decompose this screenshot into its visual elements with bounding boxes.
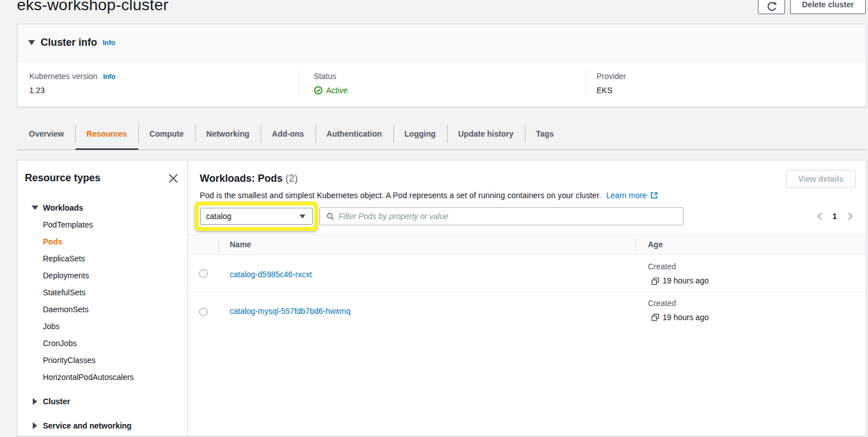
delete-cluster-button[interactable]: Delete cluster xyxy=(790,0,866,14)
tree-item-pods[interactable]: Pods xyxy=(43,235,62,248)
tab-networking[interactable]: Networking xyxy=(195,123,261,144)
tree-item-statefulsets[interactable]: StatefulSets xyxy=(43,286,86,299)
tabs-divider xyxy=(17,150,866,150)
select-caret-icon xyxy=(300,215,305,218)
age-value: 19 hours ago xyxy=(663,276,709,286)
caret-right-icon xyxy=(33,398,37,405)
search-icon xyxy=(326,212,335,221)
pod-name-link[interactable]: catalog-d5985c46-rxcxt xyxy=(230,270,312,279)
status-active-icon xyxy=(314,86,323,95)
kubernetes-version-info-link[interactable]: Info xyxy=(103,73,116,81)
pod-filter-select-value: catalog xyxy=(206,212,231,221)
cluster-info-header[interactable]: Cluster info Info xyxy=(17,24,866,62)
current-page-number[interactable]: 1 xyxy=(826,212,843,221)
pods-main-panel: Workloads: Pods (2) View details Pod is … xyxy=(188,160,866,436)
refresh-icon xyxy=(766,1,777,12)
cluster-info-card: Cluster info Info Kubernetes versionInfo… xyxy=(17,24,866,107)
previous-page-button[interactable] xyxy=(813,211,826,222)
tree-group-label: Service and networking xyxy=(43,421,131,430)
provider-field: Provider EKS xyxy=(597,72,626,95)
pods-table-header: Name Age xyxy=(188,234,866,255)
chevron-left-icon xyxy=(817,212,823,220)
provider-value: EKS xyxy=(597,86,626,95)
age-cell: Created 19 hours ago xyxy=(648,262,709,286)
pods-count: (2) xyxy=(286,173,298,184)
pods-search-box[interactable] xyxy=(319,207,683,225)
refresh-button[interactable] xyxy=(758,0,785,14)
tree-item-horizontalpodautoscalers[interactable]: HorizontalPodAutoscalers xyxy=(43,370,134,384)
resource-types-panel: Resource types Workloads PodTemplates Po… xyxy=(17,160,188,436)
kubernetes-version-field: Kubernetes versionInfo 1.23 xyxy=(29,72,116,95)
cluster-tabs: Overview Resources Compute Networking Ad… xyxy=(17,123,565,144)
resources-content-card: Resource types Workloads PodTemplates Po… xyxy=(17,160,866,436)
kubernetes-version-label: Kubernetes versionInfo xyxy=(29,72,116,81)
status-label: Status xyxy=(314,72,348,81)
learn-more-link[interactable]: Learn more xyxy=(606,191,658,200)
pods-description: Pod is the smallest and simplest Kuberne… xyxy=(200,191,658,200)
age-value: 19 hours ago xyxy=(663,313,709,322)
table-row: catalog-d5985c46-rxcxt Created 19 hours … xyxy=(188,255,866,292)
tree-item-jobs[interactable]: Jobs xyxy=(43,320,60,333)
status-field: Status Active xyxy=(314,72,348,95)
chevron-right-icon xyxy=(847,212,853,220)
tree-group-workloads[interactable]: Workloads xyxy=(30,201,83,215)
column-header-age[interactable]: Age xyxy=(648,240,663,249)
tree-item-daemonsets[interactable]: DaemonSets xyxy=(43,303,89,316)
tree-group-label: Cluster xyxy=(43,397,70,406)
caret-right-icon xyxy=(33,422,37,429)
view-details-button[interactable]: View details xyxy=(786,170,856,188)
cluster-info-body: Kubernetes versionInfo 1.23 Status Activ… xyxy=(17,62,866,107)
kubernetes-version-value: 1.23 xyxy=(29,86,116,95)
resource-types-title: Resource types xyxy=(25,172,100,184)
collapse-caret-icon xyxy=(28,40,35,45)
age-line2: 19 hours ago xyxy=(651,313,709,322)
column-header-name[interactable]: Name xyxy=(230,240,251,249)
copy-icon[interactable] xyxy=(651,313,659,321)
kubernetes-version-label-text: Kubernetes version xyxy=(29,72,98,81)
tab-compute[interactable]: Compute xyxy=(138,123,195,144)
cluster-info-info-link[interactable]: Info xyxy=(103,39,115,47)
external-link-icon xyxy=(650,191,658,199)
tab-authentication[interactable]: Authentication xyxy=(315,123,393,144)
search-input[interactable] xyxy=(339,212,677,221)
provider-label: Provider xyxy=(597,72,626,81)
tree-item-podtemplates[interactable]: PodTemplates xyxy=(43,218,93,231)
column-divider xyxy=(299,69,300,98)
page-title: eks-workshop-cluster xyxy=(17,0,169,14)
pods-description-text: Pod is the smallest and simplest Kuberne… xyxy=(200,191,601,200)
tab-update-history[interactable]: Update history xyxy=(447,123,525,144)
panel-divider xyxy=(187,160,188,436)
eks-console-page: eks-workshop-cluster Delete cluster Clus… xyxy=(0,0,868,437)
age-status: Created xyxy=(648,299,709,308)
age-cell: Created 19 hours ago xyxy=(648,299,709,322)
header-separator xyxy=(635,239,636,251)
pods-heading: Workloads: Pods (2) xyxy=(200,173,298,185)
tree-item-cronjobs[interactable]: CronJobs xyxy=(43,337,77,350)
tab-overview[interactable]: Overview xyxy=(17,123,75,144)
row-radio-button[interactable] xyxy=(199,269,208,278)
tab-add-ons[interactable]: Add-ons xyxy=(261,123,315,144)
tree-caret xyxy=(30,398,40,405)
tree-group-label: Workloads xyxy=(43,203,83,212)
row-radio-button[interactable] xyxy=(199,308,208,316)
copy-icon[interactable] xyxy=(651,277,659,285)
next-page-button[interactable] xyxy=(843,211,857,222)
tree-group-service-and-networking[interactable]: Service and networking xyxy=(30,419,131,432)
status-text: Active xyxy=(326,86,348,95)
tree-group-cluster[interactable]: Cluster xyxy=(30,395,70,408)
pods-heading-text: Workloads: Pods xyxy=(200,173,283,184)
tab-tags[interactable]: Tags xyxy=(525,123,565,144)
tab-resources[interactable]: Resources xyxy=(75,123,138,144)
tree-item-deployments[interactable]: Deployments xyxy=(43,269,89,282)
pod-name-link[interactable]: catalog-mysql-557fdb7bd6-hwxmq xyxy=(230,307,350,316)
caret-down-icon xyxy=(32,206,38,210)
tree-caret xyxy=(30,206,40,210)
close-panel-button[interactable] xyxy=(168,173,179,184)
tab-logging[interactable]: Logging xyxy=(393,123,447,144)
learn-more-label: Learn more xyxy=(606,191,647,200)
table-row: catalog-mysql-557fdb7bd6-hwxmq Created 1… xyxy=(188,292,866,330)
tree-item-priorityclasses[interactable]: PriorityClasses xyxy=(43,353,95,367)
pod-filter-select[interactable]: catalog xyxy=(200,208,313,225)
tree-item-replicasets[interactable]: ReplicaSets xyxy=(43,252,85,265)
tree-caret xyxy=(30,422,40,429)
